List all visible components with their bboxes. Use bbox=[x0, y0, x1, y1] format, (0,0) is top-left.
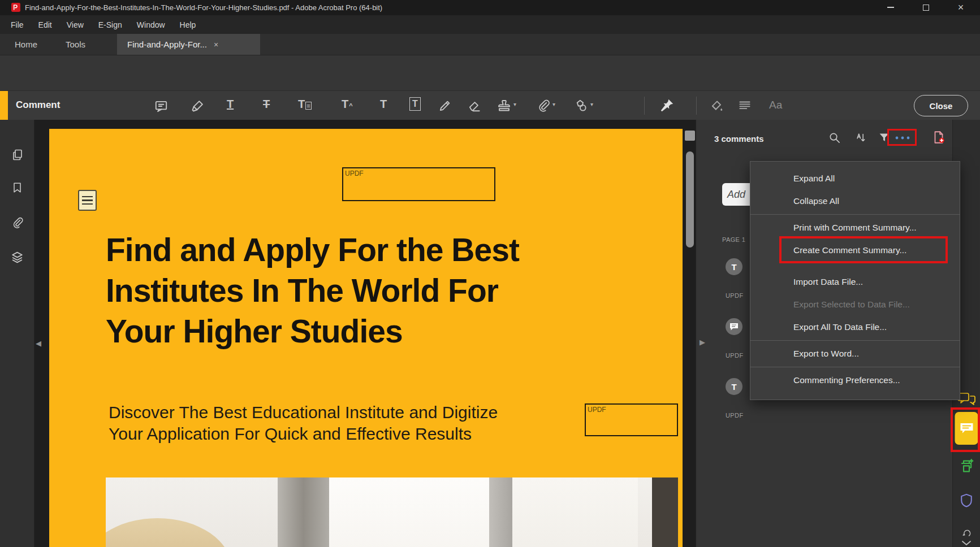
comment-options-context-menu: Expand All Collapse All Print with Comme… bbox=[750, 161, 960, 400]
menu-divider bbox=[750, 367, 960, 367]
more-tools-icon[interactable] bbox=[960, 527, 973, 539]
menu-esign[interactable]: E-Sign bbox=[91, 15, 129, 34]
minimize-icon bbox=[887, 7, 894, 8]
comment-author-label: UPDF bbox=[726, 352, 744, 359]
shapes-dropdown-icon[interactable]: ▾ bbox=[590, 101, 593, 107]
text-box-icon[interactable]: T bbox=[409, 97, 421, 111]
photo-person-1 bbox=[106, 518, 232, 547]
sticky-note-annotation[interactable] bbox=[78, 190, 97, 211]
comment-avatar[interactable]: T bbox=[726, 258, 742, 275]
eraser-icon[interactable] bbox=[467, 98, 482, 113]
comment-toolbar-divider bbox=[644, 97, 645, 115]
add-text-comment-icon[interactable]: T bbox=[380, 98, 387, 110]
comment-avatar[interactable]: T bbox=[726, 378, 742, 395]
layers-icon[interactable] bbox=[10, 250, 24, 264]
comment-toolbar-divider2 bbox=[696, 97, 697, 115]
menu-help[interactable]: Help bbox=[172, 15, 204, 34]
highlight-box-create-comment-summary bbox=[779, 236, 948, 263]
highlight-box-options-button bbox=[887, 129, 917, 146]
menu-divider bbox=[750, 214, 960, 215]
form-field-annotation[interactable]: UPDF bbox=[342, 167, 495, 201]
pdf-subtitle: Discover The Best Educational Institute … bbox=[109, 402, 595, 445]
scroll-tools-down-icon[interactable] bbox=[961, 540, 972, 546]
underline-text-icon[interactable]: T bbox=[227, 98, 234, 110]
drawing-shapes-icon[interactable] bbox=[573, 98, 588, 113]
menu-item-expand-all[interactable]: Expand All bbox=[750, 167, 960, 190]
page-group-label: PAGE 1 bbox=[722, 236, 745, 243]
left-navigation-sidebar bbox=[0, 120, 34, 547]
maximize-icon bbox=[923, 5, 929, 11]
menu-item-export-selected: Export Selected to Data File... bbox=[750, 293, 960, 316]
pdf-scrollbar-thumb[interactable] bbox=[686, 151, 694, 248]
comment-bubble-icon bbox=[729, 323, 739, 331]
menu-divider bbox=[750, 340, 960, 341]
tab-close-icon[interactable]: × bbox=[214, 40, 218, 49]
tab-home[interactable]: Home bbox=[5, 34, 48, 55]
comment-mode-label: Comment bbox=[16, 99, 60, 111]
scrollbar-top-button[interactable] bbox=[685, 131, 695, 141]
close-button[interactable]: × bbox=[952, 1, 969, 14]
print-production-icon[interactable] bbox=[958, 458, 975, 475]
highlight-box-comment-tool bbox=[951, 407, 980, 452]
search-comments-icon[interactable] bbox=[828, 131, 841, 144]
attach-file-icon[interactable] bbox=[536, 98, 551, 113]
attach-dropdown-icon[interactable]: ▾ bbox=[552, 101, 555, 107]
stamp-dropdown-icon[interactable]: ▾ bbox=[513, 101, 516, 107]
highlight-text-icon[interactable] bbox=[190, 98, 205, 114]
window-title: Find-and-Apply-For-the-Best-Institutes-I… bbox=[25, 3, 382, 12]
comment-author-label: UPDF bbox=[726, 292, 744, 299]
protect-icon[interactable] bbox=[959, 492, 974, 510]
title-bar: Find-and-Apply-For-the-Best-Institutes-I… bbox=[0, 0, 980, 15]
comment-accent-bar bbox=[0, 91, 8, 120]
main-toolbar: 1 / 2 bbox=[0, 55, 980, 90]
draw-pencil-icon[interactable] bbox=[438, 98, 452, 113]
tab-document[interactable]: Find-and-Apply-For... × bbox=[117, 34, 260, 55]
pdf-headline: Find and Apply For the Best Institutes I… bbox=[106, 229, 637, 351]
menu-window[interactable]: Window bbox=[129, 15, 172, 34]
add-comment-icon[interactable] bbox=[931, 129, 946, 145]
bookmarks-icon[interactable] bbox=[11, 181, 24, 194]
pdf-photo bbox=[106, 477, 678, 547]
sort-comments-icon[interactable] bbox=[854, 131, 867, 144]
keep-tool-pin-icon[interactable] bbox=[659, 98, 675, 113]
minimize-button[interactable] bbox=[882, 1, 899, 14]
comment-author-label: UPDF bbox=[726, 412, 744, 419]
tab-bar: Home Tools Find-and-Apply-For... × Sign … bbox=[0, 34, 980, 55]
stamp-icon[interactable] bbox=[497, 98, 512, 113]
menu-item-export-to-word[interactable]: Export to Word... bbox=[750, 342, 960, 365]
close-comment-button[interactable]: Close bbox=[914, 95, 968, 116]
pdf-page: UPDF UPDF Find and Apply For the Best In… bbox=[49, 129, 683, 547]
line-thickness-icon[interactable] bbox=[737, 98, 752, 113]
menu-bar: File Edit View E-Sign Window Help bbox=[0, 15, 980, 34]
sticky-note-icon[interactable] bbox=[154, 99, 169, 114]
tab-tools[interactable]: Tools bbox=[55, 34, 96, 55]
menu-item-print-with-comment-summary[interactable]: Print with Comment Summary... bbox=[750, 216, 960, 239]
menu-item-commenting-preferences[interactable]: Commenting Preferences... bbox=[750, 369, 960, 392]
menu-edit[interactable]: Edit bbox=[31, 15, 59, 34]
menu-item-export-all[interactable]: Export All To Data File... bbox=[750, 316, 960, 338]
form-field-annotation-2[interactable]: UPDF bbox=[585, 403, 678, 436]
pdf-viewport: ◀ UPDF UPDF Find and Apply For the Best … bbox=[34, 120, 696, 547]
close-icon: × bbox=[958, 2, 964, 14]
collapse-left-panel-arrow-icon[interactable]: ◀ bbox=[36, 339, 41, 348]
comment-avatar[interactable] bbox=[726, 318, 742, 335]
acrobat-pdf-icon bbox=[11, 3, 20, 12]
replace-text-icon[interactable]: T≡ bbox=[298, 98, 312, 111]
strikethrough-text-icon[interactable]: T bbox=[263, 98, 270, 110]
expand-panel-arrow-icon[interactable]: ▶ bbox=[700, 338, 705, 346]
comment-toolbar: Comment T T T≡ T^ T T ▾ ▾ ▾ Aa Close bbox=[0, 90, 980, 120]
menu-item-import-data-file[interactable]: Import Data File... bbox=[750, 271, 960, 293]
attachments-icon[interactable] bbox=[11, 216, 24, 229]
menu-file[interactable]: File bbox=[3, 15, 31, 34]
insert-text-icon[interactable]: T^ bbox=[342, 98, 353, 111]
maximize-button[interactable] bbox=[917, 1, 934, 14]
comments-count-label: 3 comments bbox=[714, 134, 764, 144]
text-properties-icon[interactable]: Aa bbox=[769, 99, 782, 111]
menu-view[interactable]: View bbox=[59, 15, 91, 34]
page-thumbnails-icon[interactable] bbox=[11, 148, 24, 162]
menu-item-collapse-all[interactable]: Collapse All bbox=[750, 190, 960, 212]
fill-color-icon[interactable] bbox=[709, 98, 724, 113]
